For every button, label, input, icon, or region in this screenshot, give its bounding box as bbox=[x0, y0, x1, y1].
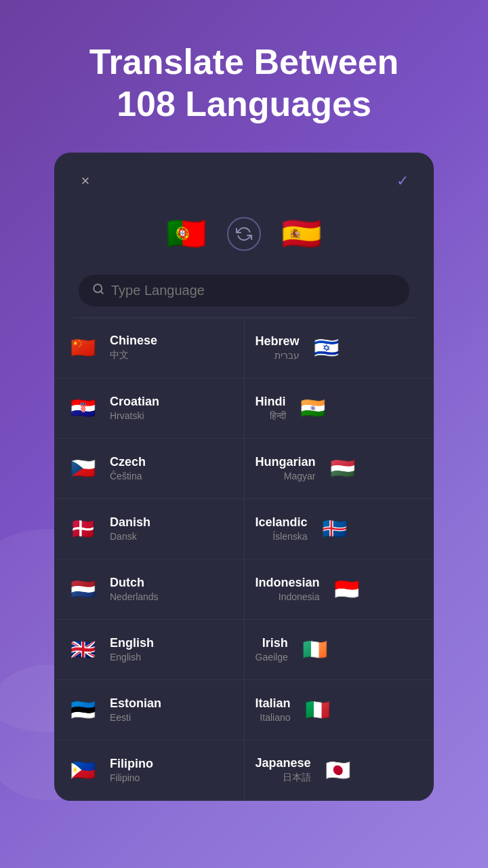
right-lang-text: Japanese 日本語 bbox=[256, 756, 311, 784]
source-language-flag[interactable]: 🇵🇹 bbox=[159, 207, 214, 261]
left-lang-item[interactable]: 🇩🇰 Danish Dansk bbox=[54, 499, 245, 559]
language-row: 🇨🇳 Chinese 中文 🇮🇱 Hebrew עברית bbox=[54, 318, 434, 378]
right-flag: 🇮🇸 bbox=[317, 511, 352, 547]
right-lang-name: Italian bbox=[256, 696, 291, 711]
right-lang-name: Hindi bbox=[256, 395, 286, 409]
right-lang-name: Irish bbox=[256, 636, 288, 650]
left-lang-text: Filipino Filipino bbox=[110, 757, 153, 783]
search-section bbox=[54, 275, 434, 318]
swap-languages-button[interactable] bbox=[227, 217, 261, 251]
left-lang-item[interactable]: 🇪🇪 Estonian Eesti bbox=[54, 680, 245, 740]
left-lang-text: Danish Dansk bbox=[110, 515, 150, 542]
right-lang-native: 日本語 bbox=[256, 772, 311, 784]
left-lang-item[interactable]: 🇵🇭 Filipino Filipino bbox=[54, 741, 245, 800]
left-lang-name: Chinese bbox=[110, 334, 157, 348]
right-lang-text: Hindi हिन्दी bbox=[256, 395, 286, 422]
left-flag: 🇭🇷 bbox=[65, 391, 100, 426]
right-flag: 🇮🇱 bbox=[309, 330, 344, 366]
left-flag: 🇵🇭 bbox=[65, 753, 100, 788]
left-lang-native: Filipino bbox=[110, 772, 153, 783]
language-row: 🇭🇷 Croatian Hrvatski 🇮🇳 Hindi हिन्दी bbox=[54, 378, 434, 439]
right-lang-native: Magyar bbox=[256, 471, 316, 481]
divider bbox=[73, 317, 415, 318]
left-lang-native: English bbox=[110, 652, 154, 663]
left-lang-item[interactable]: 🇳🇱 Dutch Nederlands bbox=[54, 559, 245, 619]
left-lang-native: Eesti bbox=[110, 712, 161, 723]
left-lang-name: Dutch bbox=[110, 576, 159, 590]
search-icon bbox=[92, 283, 104, 298]
right-lang-text: Icelandic Íslenska bbox=[256, 515, 308, 542]
left-flag: 🇨🇳 bbox=[65, 330, 100, 366]
right-flag: 🇮🇩 bbox=[329, 572, 365, 607]
language-row: 🇬🇧 English English 🇮🇪 Irish Gaeilge bbox=[54, 620, 434, 680]
right-lang-native: Indonesia bbox=[256, 591, 320, 602]
right-lang-item[interactable]: 🇮🇸 Icelandic Íslenska bbox=[245, 499, 434, 559]
left-lang-name: Danish bbox=[110, 515, 150, 530]
left-lang-native: Nederlands bbox=[110, 591, 159, 602]
left-lang-native: Hrvatski bbox=[110, 410, 159, 421]
page-title: Translate Between 108 Languages bbox=[49, 41, 440, 125]
right-lang-item[interactable]: 🇮🇱 Hebrew עברית bbox=[245, 318, 434, 378]
left-lang-text: Czech Čeština bbox=[110, 455, 146, 481]
right-lang-name: Indonesian bbox=[256, 576, 320, 590]
right-flag: 🇮🇳 bbox=[296, 391, 331, 426]
right-lang-native: Gaeilge bbox=[256, 652, 288, 663]
right-lang-name: Japanese bbox=[256, 756, 311, 770]
right-flag: 🇮🇪 bbox=[298, 632, 333, 667]
left-flag: 🇬🇧 bbox=[65, 632, 100, 667]
search-input[interactable] bbox=[111, 283, 396, 298]
right-lang-item[interactable]: 🇮🇪 Irish Gaeilge bbox=[245, 620, 434, 679]
close-button[interactable]: × bbox=[73, 169, 98, 193]
right-lang-name: Hebrew bbox=[256, 334, 300, 349]
search-bar[interactable] bbox=[79, 275, 409, 307]
language-row: 🇵🇭 Filipino Filipino 🇯🇵 Japanese 日本語 bbox=[54, 741, 434, 801]
left-lang-text: Chinese 中文 bbox=[110, 334, 157, 361]
language-modal: × ✓ 🇵🇹 🇪🇸 � bbox=[54, 153, 434, 801]
left-lang-item[interactable]: 🇨🇳 Chinese 中文 bbox=[54, 318, 245, 378]
right-lang-name: Hungarian bbox=[256, 455, 316, 469]
left-lang-item[interactable]: 🇬🇧 English English bbox=[54, 620, 245, 679]
target-language-flag[interactable]: 🇪🇸 bbox=[274, 207, 329, 261]
right-lang-text: Irish Gaeilge bbox=[256, 636, 288, 663]
left-lang-text: Dutch Nederlands bbox=[110, 576, 159, 602]
left-flag: 🇪🇪 bbox=[65, 692, 100, 728]
left-lang-name: English bbox=[110, 636, 154, 650]
right-lang-text: Hungarian Magyar bbox=[256, 455, 316, 481]
svg-line-1 bbox=[100, 291, 102, 293]
language-row: 🇩🇰 Danish Dansk 🇮🇸 Icelandic Íslenska bbox=[54, 499, 434, 559]
right-lang-native: עברית bbox=[256, 350, 300, 361]
right-lang-item[interactable]: 🇯🇵 Japanese 日本語 bbox=[245, 741, 434, 800]
right-lang-item[interactable]: 🇮🇩 Indonesian Indonesia bbox=[245, 559, 434, 619]
left-lang-name: Croatian bbox=[110, 395, 159, 409]
modal-header: × ✓ 🇵🇹 🇪🇸 bbox=[54, 153, 434, 275]
right-flag: 🇯🇵 bbox=[321, 753, 356, 788]
left-lang-item[interactable]: 🇨🇿 Czech Čeština bbox=[54, 439, 245, 498]
right-lang-item[interactable]: 🇭🇺 Hungarian Magyar bbox=[245, 439, 434, 498]
right-flag: 🇭🇺 bbox=[325, 451, 361, 486]
right-lang-item[interactable]: 🇮🇹 Italian Italiano bbox=[245, 680, 434, 740]
right-lang-text: Indonesian Indonesia bbox=[256, 576, 320, 602]
left-lang-text: English English bbox=[110, 636, 154, 663]
right-lang-text: Italian Italiano bbox=[256, 696, 291, 723]
left-lang-text: Estonian Eesti bbox=[110, 696, 161, 723]
right-lang-text: Hebrew עברית bbox=[256, 334, 300, 361]
right-lang-native: Italiano bbox=[256, 712, 291, 723]
language-selector: 🇵🇹 🇪🇸 bbox=[73, 207, 415, 261]
right-lang-native: Íslenska bbox=[256, 531, 308, 542]
left-lang-native: Dansk bbox=[110, 531, 150, 542]
left-lang-native: 中文 bbox=[110, 349, 157, 361]
right-lang-item[interactable]: 🇮🇳 Hindi हिन्दी bbox=[245, 378, 434, 438]
language-list: 🇨🇳 Chinese 中文 🇮🇱 Hebrew עברית 🇭🇷 Croatia… bbox=[54, 318, 434, 801]
left-flag: 🇩🇰 bbox=[65, 511, 100, 547]
right-flag: 🇮🇹 bbox=[300, 692, 336, 728]
left-lang-name: Filipino bbox=[110, 757, 153, 771]
language-row: 🇪🇪 Estonian Eesti 🇮🇹 Italian Italiano bbox=[54, 680, 434, 741]
left-lang-text: Croatian Hrvatski bbox=[110, 395, 159, 421]
language-row: 🇳🇱 Dutch Nederlands 🇮🇩 Indonesian Indone… bbox=[54, 559, 434, 620]
right-lang-native: हिन्दी bbox=[256, 410, 286, 422]
left-lang-item[interactable]: 🇭🇷 Croatian Hrvatski bbox=[54, 378, 245, 438]
modal-actions: × ✓ bbox=[73, 169, 415, 193]
left-lang-name: Estonian bbox=[110, 696, 161, 711]
confirm-button[interactable]: ✓ bbox=[390, 169, 415, 193]
language-row: 🇨🇿 Czech Čeština 🇭🇺 Hungarian Magyar bbox=[54, 439, 434, 499]
